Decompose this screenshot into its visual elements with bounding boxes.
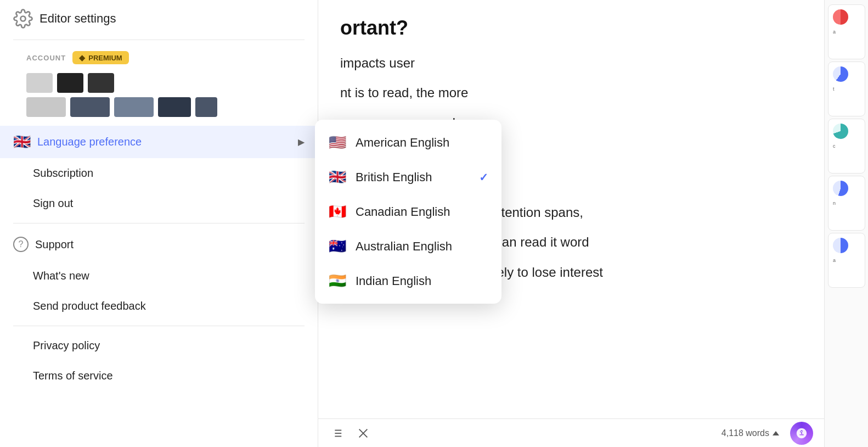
au-flag-icon: 🇦🇺 xyxy=(328,238,347,255)
right-card-3-text: c xyxy=(833,143,836,150)
content-para-2: nt is to read, the more xyxy=(340,82,802,103)
svg-point-0 xyxy=(21,16,26,21)
diamond-icon: ◆ xyxy=(79,53,85,62)
subscription-item[interactable]: Subscription xyxy=(0,158,318,188)
list-icon[interactable] xyxy=(329,426,345,441)
lang-option-british[interactable]: 🇬🇧 British English ✓ xyxy=(315,160,501,194)
right-card-5-icon xyxy=(833,238,848,253)
right-card-1-text: a xyxy=(833,29,836,36)
account-label: ACCOUNT xyxy=(26,54,66,62)
question-icon: ? xyxy=(13,237,29,252)
checkmark-icon: ✓ xyxy=(479,171,488,184)
lang-option-indian[interactable]: 🇮🇳 Indian English xyxy=(315,264,501,298)
right-card-5-text: a xyxy=(833,258,836,264)
right-card-5[interactable]: a xyxy=(828,233,865,288)
premium-badge: ◆ PREMIUM xyxy=(72,51,128,64)
word-count-value: 4,118 words xyxy=(722,428,769,438)
lang-option-australian[interactable]: 🇦🇺 Australian English xyxy=(315,229,501,264)
grammarly-badge[interactable] xyxy=(790,422,813,445)
chevron-right-icon: ▶ xyxy=(298,137,305,147)
swatch-slate1[interactable] xyxy=(70,97,110,117)
right-card-4[interactable]: n xyxy=(828,176,865,231)
lang-option-canadian[interactable]: 🇨🇦 Canadian English xyxy=(315,194,501,229)
in-flag-icon: 🇮🇳 xyxy=(328,272,347,289)
lang-option-british-label: British English xyxy=(356,170,432,185)
swatch-med-dark[interactable] xyxy=(88,73,114,93)
swatch-row-2 xyxy=(26,97,291,117)
support-label: Support xyxy=(35,238,74,251)
swatch-light-gray[interactable] xyxy=(26,73,53,93)
privacy-policy-item[interactable]: Privacy policy xyxy=(0,331,318,361)
language-preference-item[interactable]: 🇬🇧 Language preference ▶ xyxy=(0,126,318,158)
account-section: ACCOUNT ◆ PREMIUM xyxy=(13,40,305,117)
right-card-4-text: n xyxy=(833,200,836,207)
right-card-1-icon xyxy=(833,9,848,25)
lang-option-american[interactable]: 🇺🇸 American English xyxy=(315,125,501,160)
lang-option-indian-label: Indian English xyxy=(356,274,431,288)
lang-option-australian-label: Australian English xyxy=(356,239,452,254)
swatch-slate4[interactable] xyxy=(195,97,217,117)
content-para-1: impacts user xyxy=(340,53,802,74)
right-panel: a t c n a xyxy=(824,0,868,447)
account-header: ACCOUNT ◆ PREMIUM xyxy=(26,51,291,64)
lang-option-canadian-label: Canadian English xyxy=(356,205,450,219)
swatch-light-gray2[interactable] xyxy=(26,97,66,117)
bottom-bar: 4,118 words xyxy=(318,418,824,447)
premium-label: PREMIUM xyxy=(88,54,122,62)
lang-option-american-label: American English xyxy=(356,136,449,150)
language-dropdown: 🇺🇸 American English 🇬🇧 British English ✓… xyxy=(315,120,501,304)
right-card-2-icon xyxy=(833,66,848,82)
sign-out-item[interactable]: Sign out xyxy=(0,188,318,219)
uk-flag-icon: 🇬🇧 xyxy=(13,133,31,150)
word-count: 4,118 words xyxy=(722,428,779,438)
send-feedback-item[interactable]: Send product feedback xyxy=(0,291,318,321)
right-card-1[interactable]: a xyxy=(828,4,865,59)
format-clear-icon[interactable] xyxy=(356,426,371,441)
support-item[interactable]: ? Support xyxy=(0,228,318,261)
gear-icon xyxy=(13,9,33,29)
lang-pref-label: Language preference xyxy=(37,136,291,148)
ca-flag-icon: 🇨🇦 xyxy=(328,203,347,220)
uk-flag-icon-dropdown: 🇬🇧 xyxy=(328,169,347,186)
right-card-3[interactable]: c xyxy=(828,119,865,174)
swatch-slate3[interactable] xyxy=(158,97,191,117)
swatch-slate2[interactable] xyxy=(114,97,154,117)
triangle-up-icon xyxy=(773,431,779,435)
right-card-4-icon xyxy=(833,181,848,196)
us-flag-icon: 🇺🇸 xyxy=(328,134,347,151)
swatch-dark[interactable] xyxy=(57,73,83,93)
editor-settings-label: Editor settings xyxy=(40,12,116,26)
right-card-3-icon xyxy=(833,124,848,139)
divider-1 xyxy=(13,223,305,223)
sidebar: Editor settings ACCOUNT ◆ PREMIUM xyxy=(0,0,318,447)
right-card-2-text: t xyxy=(833,86,835,93)
terms-of-service-item[interactable]: Terms of service xyxy=(0,361,318,391)
whats-new-item[interactable]: What's new xyxy=(0,261,318,291)
divider-2 xyxy=(13,326,305,326)
content-heading: ortant? xyxy=(340,16,802,40)
swatch-row-1 xyxy=(26,73,291,93)
editor-settings-row[interactable]: Editor settings xyxy=(13,9,305,40)
right-card-2[interactable]: t xyxy=(828,62,865,116)
color-swatches xyxy=(26,73,291,117)
